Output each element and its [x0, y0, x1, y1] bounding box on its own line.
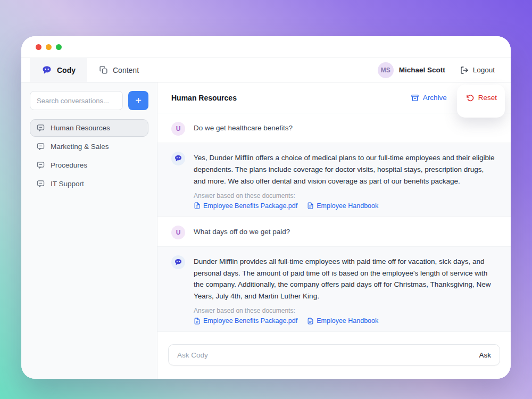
- search-row: +: [21, 91, 157, 119]
- app-window: Cody Content MS Michael Scott: [21, 36, 511, 379]
- source-document-link[interactable]: Employee Handbook: [307, 202, 378, 210]
- user-message-avatar: U: [171, 226, 185, 239]
- app-body: + Human Resources: [21, 82, 511, 379]
- source-document-label: Employee Handbook: [317, 317, 378, 325]
- document-icon: [194, 318, 201, 325]
- reset-button[interactable]: Reset: [466, 94, 497, 102]
- chat-panel: Human Resources Archive: [157, 82, 511, 379]
- tab-content-label: Content: [113, 66, 139, 74]
- document-icon: [194, 202, 201, 209]
- message-sources: Answer based on these documents:: [194, 192, 497, 210]
- chat-input-bar: Ask: [157, 344, 511, 379]
- logout-button[interactable]: Logout: [460, 66, 495, 74]
- chat-message-user: U What days off do we get paid?: [157, 217, 511, 246]
- source-links: Employee Benefits Package.pdf: [194, 317, 497, 325]
- archive-icon: [411, 94, 419, 102]
- source-document-link[interactable]: Employee Handbook: [307, 317, 378, 325]
- ask-input[interactable]: [176, 351, 478, 360]
- sidebar-item-marketing-sales[interactable]: Marketing & Sales: [30, 138, 148, 155]
- user-message-avatar: U: [171, 122, 185, 136]
- sidebar-item-label: IT Support: [51, 180, 84, 188]
- message-body: Yes, Dunder Mifflin offers a choice of m…: [194, 150, 497, 210]
- reset-icon: [466, 94, 475, 102]
- minimize-window-button[interactable]: [46, 44, 52, 50]
- sidebar-item-label: Marketing & Sales: [51, 143, 109, 151]
- conversations-sidebar: + Human Resources: [21, 82, 157, 379]
- message-list: U Do we get healthcare benefits?: [157, 113, 511, 332]
- message-body: Do we get healthcare benefits?: [194, 120, 293, 136]
- app-header: Cody Content MS Michael Scott: [21, 58, 511, 82]
- sidebar-item-procedures[interactable]: Procedures: [30, 156, 148, 174]
- user-menu[interactable]: MS Michael Scott: [378, 62, 445, 78]
- chat-message-bot: Dunder Mifflin provides all full-time em…: [157, 246, 511, 332]
- cody-logo-icon: [174, 154, 182, 163]
- chat-header: Human Resources Archive: [157, 82, 511, 113]
- source-document-label: Employee Benefits Package.pdf: [203, 202, 297, 210]
- conversation-list: Human Resources Marketing & Sales: [21, 119, 157, 193]
- archive-button[interactable]: Archive: [411, 94, 447, 102]
- chat-actions: Archive Reset: [411, 94, 497, 102]
- sidebar-item-human-resources[interactable]: Human Resources: [30, 119, 148, 137]
- document-icon: [307, 318, 314, 325]
- chat-square-icon: [36, 142, 45, 151]
- message-body: What days off do we get paid?: [194, 224, 290, 239]
- chat-square-icon: [36, 123, 45, 132]
- message-text: Yes, Dunder Mifflin offers a choice of m…: [194, 152, 497, 187]
- source-links: Employee Benefits Package.pdf: [194, 202, 497, 210]
- message-text: Do we get healthcare benefits?: [194, 122, 293, 134]
- chat-title: Human Resources: [171, 94, 237, 102]
- chat-message-bot: Yes, Dunder Mifflin offers a choice of m…: [157, 143, 511, 217]
- sidebar-item-label: Human Resources: [51, 124, 110, 132]
- chat-spacer: [157, 332, 511, 344]
- bot-message-avatar: [171, 152, 185, 165]
- new-conversation-button[interactable]: +: [128, 91, 148, 110]
- sidebar-item-it-support[interactable]: IT Support: [30, 175, 148, 193]
- message-sources: Answer based on these documents:: [194, 306, 497, 325]
- reset-label: Reset: [478, 94, 497, 102]
- chat-square-icon: [36, 161, 45, 170]
- logout-label: Logout: [473, 66, 495, 74]
- logout-icon: [460, 66, 469, 74]
- bot-message-avatar: [171, 255, 185, 269]
- source-document-label: Employee Benefits Package.pdf: [203, 317, 297, 325]
- reset-button-wrap: Reset: [466, 94, 497, 102]
- tab-content[interactable]: Content: [87, 58, 151, 82]
- copy-icon: [99, 65, 108, 74]
- source-document-link[interactable]: Employee Benefits Package.pdf: [194, 202, 297, 210]
- archive-label: Archive: [423, 94, 447, 102]
- sources-label: Answer based on these documents:: [194, 306, 497, 315]
- search-input[interactable]: [30, 91, 123, 110]
- source-document-link[interactable]: Employee Benefits Package.pdf: [194, 317, 297, 325]
- user-avatar: MS: [378, 62, 394, 78]
- user-name: Michael Scott: [399, 66, 445, 74]
- close-window-button[interactable]: [36, 44, 41, 50]
- ask-box: Ask: [168, 344, 500, 365]
- header-right: MS Michael Scott Logout: [378, 58, 511, 82]
- cody-logo-icon: [174, 258, 182, 267]
- document-icon: [307, 202, 314, 209]
- sources-label: Answer based on these documents:: [194, 192, 497, 200]
- chat-square-icon: [36, 179, 45, 188]
- message-body: Dunder Mifflin provides all full-time em…: [194, 254, 497, 325]
- ask-button[interactable]: Ask: [478, 351, 492, 359]
- message-text: Dunder Mifflin provides all full-time em…: [194, 256, 497, 302]
- message-text: What days off do we get paid?: [194, 226, 290, 238]
- zoom-window-button[interactable]: [56, 44, 62, 50]
- desktop-background: Cody Content MS Michael Scott: [0, 0, 532, 399]
- tab-cody-label: Cody: [57, 66, 76, 74]
- plus-icon: +: [135, 95, 142, 106]
- sidebar-item-label: Procedures: [51, 161, 87, 169]
- tab-cody[interactable]: Cody: [30, 58, 87, 82]
- window-titlebar: [21, 36, 511, 58]
- source-document-label: Employee Handbook: [317, 202, 378, 210]
- cody-logo-icon: [41, 65, 52, 76]
- chat-message-user: U Do we get healthcare benefits?: [157, 113, 511, 143]
